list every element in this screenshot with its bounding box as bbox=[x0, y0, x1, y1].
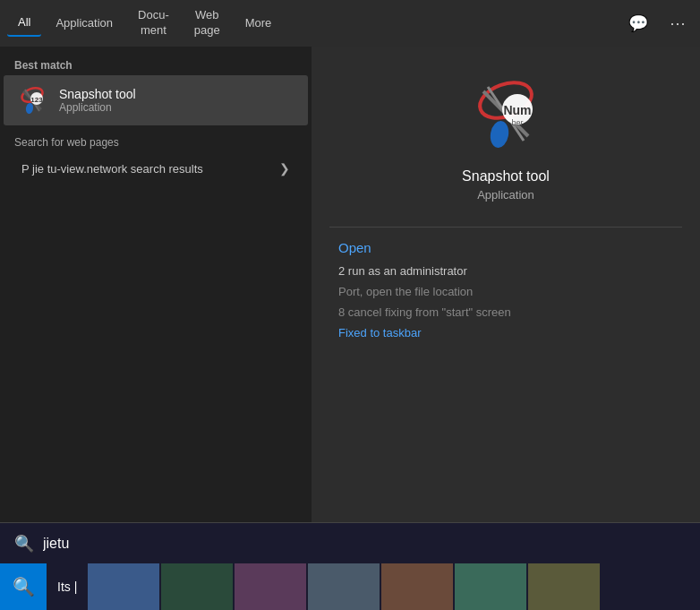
best-match-label: Best match bbox=[0, 54, 312, 75]
taskbar-its-label: Its | bbox=[47, 580, 88, 594]
divider-1 bbox=[329, 227, 682, 228]
tabs-right-actions: 💬 ⋯ bbox=[621, 10, 693, 37]
app-icon-large: Num ber bbox=[465, 73, 546, 154]
action-section: Open 2 run as an administrator Port, ope… bbox=[329, 235, 682, 343]
main-content-area: Best match 123 Snapshot bbox=[0, 47, 700, 548]
result-text-group: Snapshot tool Application bbox=[59, 87, 136, 114]
port-location-action: Port, open the file location bbox=[338, 281, 673, 302]
taskbar-thumbnails bbox=[88, 563, 700, 610]
svg-point-3 bbox=[25, 102, 34, 114]
taskbar-thumb-5[interactable] bbox=[381, 563, 453, 610]
web-search-section: Search for web pages P jie tu-view.netwo… bbox=[0, 125, 312, 186]
search-input[interactable] bbox=[43, 536, 686, 552]
svg-point-9 bbox=[489, 119, 511, 149]
left-results-panel: Best match 123 Snapshot bbox=[0, 47, 312, 548]
web-search-text: P jie tu-view.network search results bbox=[21, 162, 203, 176]
fixed-taskbar-action[interactable]: Fixed to taskbar bbox=[338, 322, 673, 343]
filter-tabs-bar: All Application Docu- ment Web page More… bbox=[0, 0, 700, 47]
taskbar-thumb-2[interactable] bbox=[161, 563, 233, 610]
run-admin-action[interactable]: 2 run as an administrator bbox=[338, 261, 673, 281]
web-search-item[interactable]: P jie tu-view.network search results ❯ bbox=[14, 154, 297, 183]
cancel-fix-action: 8 cancel fixing from "start" screen bbox=[338, 302, 673, 322]
tab-all[interactable]: All bbox=[7, 10, 41, 38]
more-options-button[interactable]: ⋯ bbox=[662, 10, 693, 37]
svg-text:ber: ber bbox=[511, 118, 523, 127]
right-detail-panel: Num ber Snapshot tool Application Open 2… bbox=[312, 47, 700, 548]
taskbar-thumb-1[interactable] bbox=[88, 563, 159, 610]
web-search-label: Search for web pages bbox=[14, 136, 297, 149]
taskbar-thumb-7[interactable] bbox=[528, 563, 600, 610]
taskbar-search-icon: 🔍 bbox=[13, 576, 35, 597]
search-bar: 🔍 bbox=[0, 522, 700, 563]
snapshot-tool-icon: 123 bbox=[14, 82, 50, 118]
taskbar-thumb-3[interactable] bbox=[235, 563, 306, 610]
app-type: Application bbox=[477, 188, 534, 202]
feedback-icon-button[interactable]: 💬 bbox=[621, 10, 655, 37]
taskbar-thumb-6[interactable] bbox=[455, 563, 526, 610]
chevron-right-icon: ❯ bbox=[279, 161, 290, 176]
svg-text:Num: Num bbox=[503, 103, 531, 117]
svg-text:123: 123 bbox=[30, 96, 43, 104]
tab-document[interactable]: Docu- ment bbox=[127, 3, 180, 44]
tab-webpage[interactable]: Web page bbox=[184, 3, 231, 44]
tab-more[interactable]: More bbox=[235, 11, 283, 37]
result-name: Snapshot tool bbox=[59, 87, 136, 101]
app-name-large: Snapshot tool bbox=[462, 168, 550, 185]
taskbar-search-button[interactable]: 🔍 bbox=[0, 563, 47, 610]
search-icon: 🔍 bbox=[14, 534, 34, 554]
open-action[interactable]: Open bbox=[338, 235, 673, 261]
tab-application[interactable]: Application bbox=[45, 11, 124, 37]
result-sub: Application bbox=[59, 101, 136, 114]
taskbar-thumb-4[interactable] bbox=[308, 563, 380, 610]
snapshot-tool-result[interactable]: 123 Snapshot tool Application bbox=[4, 75, 308, 125]
taskbar: 🔍 Its | bbox=[0, 563, 700, 610]
